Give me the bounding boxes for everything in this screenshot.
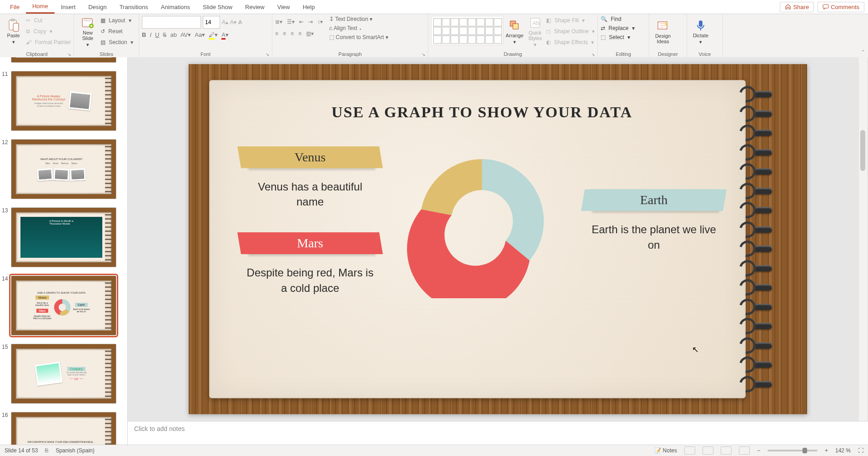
slide-thumbnail-14[interactable]: 14 USE A GRAPH TO SHOW YOUR DATA Venus V…	[11, 276, 124, 336]
reset-button[interactable]: ↺ Reset	[100, 27, 133, 36]
share-button[interactable]: Share	[780, 2, 814, 12]
slide-title[interactable]: USE A GRAPH TO SHOW YOUR DATA	[246, 104, 717, 121]
text-direction-button[interactable]: ↧ Text Direction ▾	[329, 16, 388, 22]
font-color-button[interactable]: A▾	[221, 31, 229, 38]
slide-thumbnail-15[interactable]: 15 CompanyYou could describe thetopic of…	[11, 344, 124, 404]
status-bar: Slide 14 of 53 ⎘ Spanish (Spain) 📝 Notes…	[0, 445, 868, 456]
tab-animations[interactable]: Animations	[155, 1, 196, 13]
font-launcher[interactable]: ↘	[266, 52, 269, 57]
tab-review[interactable]: Review	[239, 1, 271, 13]
select-button[interactable]: ⬚ Select ▾	[601, 34, 635, 40]
comments-button[interactable]: Comments	[818, 2, 864, 12]
slide-thumbnail-12[interactable]: 12 WHAT ABOUT FOUR COLUMNS? Mars…Venus…M…	[11, 139, 124, 199]
tab-file[interactable]: File	[4, 1, 26, 13]
slide-thumbnail-13[interactable]: 13 A Picture Is Worth aThousand Words	[11, 207, 124, 267]
spellcheck-icon[interactable]: ⎘	[45, 447, 48, 454]
numbering-button[interactable]: ☰▾	[287, 19, 295, 25]
collapse-ribbon-button[interactable]: ˄	[858, 14, 868, 58]
shape-outline-button[interactable]: ◻ Shape Outline ▾	[546, 27, 595, 36]
format-painter-button[interactable]: 🖌 Format Painter	[26, 38, 71, 47]
tab-help[interactable]: Help	[296, 1, 321, 13]
align-left-button[interactable]: ≡	[275, 30, 278, 37]
increase-indent-button[interactable]: ⇥	[308, 19, 313, 25]
quick-styles-button[interactable]: Abc Quick Styles▾	[526, 16, 544, 48]
increase-font-button[interactable]: A▴	[222, 19, 228, 25]
bullets-button[interactable]: ≣▾	[275, 19, 282, 25]
tag-earth[interactable]: Earth	[590, 189, 717, 211]
view-slideshow-button[interactable]	[739, 446, 750, 455]
shadow-button[interactable]: ab	[170, 31, 176, 38]
bold-button[interactable]: B	[142, 31, 146, 38]
strikethrough-button[interactable]: S̶	[163, 31, 166, 38]
paragraph-launcher[interactable]: ↘	[421, 52, 425, 57]
slide-thumbnail-11[interactable]: 11 A Picture AlwaysReinforces the Concep…	[11, 71, 124, 131]
shape-fill-button[interactable]: ◧ Shape Fill ▾	[546, 16, 595, 25]
desc-mars[interactable]: Despite being red, Mars is a cold place	[246, 265, 374, 296]
tab-home[interactable]: Home	[26, 0, 55, 14]
align-right-button[interactable]: ≡	[291, 30, 294, 37]
align-center-button[interactable]: ≡	[283, 30, 286, 37]
dictate-button[interactable]: Dictate▾	[690, 16, 712, 48]
decrease-indent-button[interactable]: ⇤	[299, 19, 304, 25]
character-spacing-button[interactable]: AV▾	[181, 31, 191, 38]
tag-venus[interactable]: Venus	[246, 146, 374, 168]
cut-button[interactable]: ✂ Cut	[26, 16, 71, 25]
thumb-number: 12	[2, 139, 8, 145]
tab-transitions[interactable]: Transitions	[113, 1, 155, 13]
replace-button[interactable]: ⇄ Replace ▾	[601, 25, 635, 31]
shapes-gallery[interactable]	[431, 16, 503, 45]
underline-button[interactable]: U	[155, 31, 159, 38]
arrange-button[interactable]: Arrange▾	[505, 16, 524, 48]
font-family-input[interactable]	[142, 16, 201, 29]
justify-button[interactable]: ≡	[298, 30, 301, 37]
arrange-label: Arrange	[506, 33, 523, 38]
copy-button[interactable]: ⧉ Copy ▾	[26, 27, 71, 36]
italic-button[interactable]: I	[150, 31, 151, 38]
view-sorter-button[interactable]	[702, 446, 713, 455]
decrease-font-button[interactable]: A▾	[230, 19, 236, 25]
notes-pane[interactable]: Click to add notes	[128, 421, 868, 445]
align-text-button[interactable]: ⎌ Align Text ▾	[329, 25, 388, 31]
design-ideas-icon	[657, 20, 669, 32]
paste-button[interactable]: Paste▾	[3, 16, 24, 48]
vertical-scrollbar[interactable]	[859, 57, 867, 421]
language-button[interactable]: Spanish (Spain)	[55, 447, 94, 454]
slide-thumbnail-16[interactable]: 16 INFOGRAPHICS MAKE YOUR IDEA UNDERSTAN…	[11, 412, 124, 445]
tab-view[interactable]: View	[271, 1, 296, 13]
desc-venus[interactable]: Venus has a beautiful name	[246, 179, 374, 210]
slide-canvas[interactable]: USE A GRAPH TO SHOW YOUR DATA Venus Venu…	[189, 64, 807, 414]
zoom-slider[interactable]	[768, 450, 818, 451]
tag-mars[interactable]: Mars	[246, 232, 374, 254]
line-spacing-button[interactable]: ↕▾	[317, 19, 323, 25]
drawing-launcher[interactable]: ↘	[591, 52, 595, 57]
clear-formatting-button[interactable]: A̷	[238, 19, 242, 25]
view-normal-button[interactable]	[684, 446, 695, 455]
font-size-input[interactable]	[203, 16, 220, 29]
donut-chart[interactable]	[405, 144, 559, 298]
design-ideas-label: Design Ideas	[655, 33, 671, 44]
desc-earth[interactable]: Earth is the planet we live on	[590, 222, 717, 252]
shape-effects-button[interactable]: ◐ Shape Effects ▾	[546, 38, 595, 47]
tab-slideshow[interactable]: Slide Show	[196, 1, 239, 13]
convert-smartart-button[interactable]: ⬚ Convert to SmartArt ▾	[329, 34, 388, 40]
section-button[interactable]: ▤ Section ▾	[100, 38, 133, 47]
zoom-level[interactable]: 142 %	[835, 447, 851, 454]
design-ideas-button[interactable]: Design Ideas	[652, 16, 674, 48]
zoom-in-button[interactable]: +	[825, 447, 828, 454]
layout-button[interactable]: ▦ Layout ▾	[100, 16, 133, 25]
tab-design[interactable]: Design	[82, 1, 113, 13]
clipboard-launcher[interactable]: ↘	[67, 52, 71, 57]
notes-button[interactable]: 📝 Notes	[654, 447, 677, 454]
find-button[interactable]: 🔍 Find	[601, 16, 635, 22]
slide-thumbnails-pane[interactable]: 11 A Picture AlwaysReinforces the Concep…	[0, 57, 128, 445]
zoom-out-button[interactable]: −	[757, 447, 760, 454]
columns-button[interactable]: ▥▾	[306, 30, 314, 37]
new-slide-button[interactable]: New Slide▾	[77, 16, 99, 48]
font-highlight-button[interactable]: 🖊▾	[209, 31, 218, 38]
slide-thumbnail[interactable]	[11, 57, 124, 63]
view-reading-button[interactable]	[721, 446, 732, 455]
group-drawing: Arrange▾ Abc Quick Styles▾ ◧ Shape Fill …	[428, 14, 598, 58]
change-case-button[interactable]: Aa▾	[195, 31, 205, 38]
tab-insert[interactable]: Insert	[55, 1, 82, 13]
fit-to-window-button[interactable]: ⛶	[858, 447, 863, 454]
